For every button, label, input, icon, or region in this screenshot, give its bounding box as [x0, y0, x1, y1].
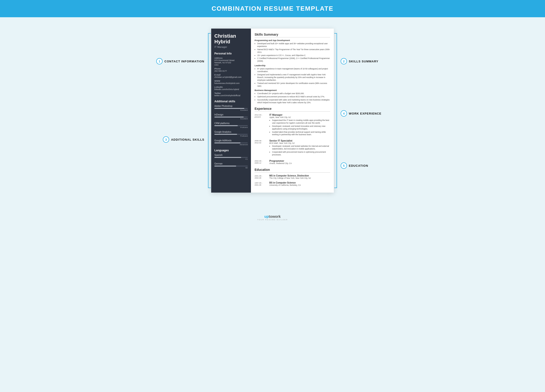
annotation-work-exp: 4 WORK EXPERIENCE	[341, 110, 382, 117]
exp-title-3: Programmer	[269, 159, 292, 162]
exp-company-2: BCD M&E, New York City, NJ	[269, 142, 330, 144]
www-label: WWW	[214, 80, 248, 82]
personal-info-title: Personal Info	[214, 52, 248, 55]
contact-address: Address 970 Drummond StreetNewark, NJ 07…	[214, 57, 248, 66]
edu-degree-1: MS in Computer Science, Distinction	[269, 175, 311, 177]
exp-item-1: 2012-03 - present IT Manager Apple, New …	[254, 114, 330, 137]
annotation-skills-label: ADDITIONAL SKILLS	[171, 138, 204, 141]
biz-bullet-2: Optimized procurement processes to reduc…	[257, 96, 330, 98]
skill-analytics-level: Proficient	[214, 135, 248, 137]
annotation-skills-summary-num: 2	[341, 58, 347, 64]
left-bracket	[208, 33, 211, 188]
exp-bullets-2: Developed, reviewed, and tested websites…	[269, 145, 330, 156]
personal-info-section: Personal Info Address 970 Drummond Stree…	[214, 52, 248, 97]
education-title: Education	[254, 168, 330, 173]
prog-bullet-2: Named BCD M&E's "Top Programmer of The Y…	[257, 48, 330, 54]
annotation-education: 5 EDUCATION	[341, 163, 368, 169]
prog-bullet-3: 15+ years experience in C/C++, Cocoa, an…	[257, 54, 330, 57]
logo-up: up	[264, 215, 269, 218]
edu-degree-2: BS in Computer Science	[269, 181, 301, 184]
exp-1-bullet-2: Developed, reviewed, and tested innovati…	[272, 125, 330, 130]
additional-skills-section: Additional skills Adobe Photoshop Excell…	[214, 100, 248, 146]
biz-subtitle: Business Management	[254, 89, 330, 91]
annotation-education-label: EDUCATION	[349, 164, 368, 167]
exp-company-3: Oracle, Redwood City, CA	[269, 162, 292, 164]
skill-photoshop: Adobe Photoshop Excellent	[214, 105, 248, 111]
resume-sidebar: Christian Hybrid IT Manager Personal Inf…	[211, 29, 251, 193]
exp-2-bullet-2: Cooperated with procurement teams in opt…	[272, 151, 330, 156]
exp-bullets-1: Suppervised the IT team in creating mobi…	[269, 119, 330, 136]
prog-bullet-1: Developed and built 20+ mobile apps and …	[257, 42, 330, 48]
prog-bullets: Developed and built 20+ mobile apps and …	[254, 42, 330, 63]
additional-skills-title: Additional skills	[214, 100, 248, 103]
skill-crm-name: CRM platforms	[214, 122, 248, 125]
edu-item-1: 2001-09 - 2002-06 MS in Computer Science…	[254, 175, 330, 179]
lang-spanish-level: C1	[214, 158, 248, 160]
skill-indesign: InDesign Excellent	[214, 114, 248, 120]
skill-indesign-name: InDesign	[214, 114, 248, 116]
linkedin-value: linkedin.com/in/chris-hybrid	[214, 88, 248, 90]
languages-section: Languages Spanish C1 German B2	[214, 149, 248, 169]
languages-title: Languages	[214, 149, 248, 152]
twitter-label: Twitter	[214, 92, 248, 94]
education-section: Education 2001-09 - 2002-06 MS in Comput…	[254, 168, 330, 186]
contact-www: WWW futureisnow.chrishybrid.com	[214, 80, 248, 84]
experience-title: Experience	[254, 107, 330, 112]
annotation-work-exp-num: 4	[341, 110, 347, 117]
header-banner: COMBINATION RESUME TEMPLATE	[0, 0, 545, 17]
phone-value: 202 555 0177	[214, 70, 248, 72]
biz-bullets: Coordinated 20+ projects with a budget o…	[254, 92, 330, 104]
skills-summary-section: Skills Summary Programming and App Devel…	[254, 33, 330, 104]
edu-date-1: 2001-09 - 2002-06	[254, 175, 267, 179]
logo-sub: YOUR RESUME BUILDER	[0, 219, 545, 221]
leadership-bullets: 8+ years experience in team management (…	[254, 68, 330, 87]
contact-email: E-mail christian.w.hybrid@gmail.com	[214, 74, 248, 78]
contact-phone: Phone 202 555 0177	[214, 68, 248, 72]
skill-photoshop-name: Adobe Photoshop	[214, 105, 248, 107]
exp-title-2: Senior IT Specialist	[269, 139, 330, 142]
email-value: christian.w.hybrid@gmail.com	[214, 76, 248, 78]
exp-date-2: 2006-08 - 2012-02	[254, 139, 267, 157]
edu-school-1: The City College of New York, New York C…	[269, 177, 311, 179]
exp-company-1: Apple, New York City, NJ	[269, 116, 330, 118]
annotation-contact-label: CONTACT INFORMATION	[164, 60, 204, 63]
lead-bullet-1: 8+ years experience in team management (…	[257, 68, 330, 73]
www-value: futureisnow.chrishybrid.com	[214, 82, 248, 84]
resume-name: Christian Hybrid	[214, 33, 248, 45]
prog-bullet-4: C Certified Professional Programmer (200…	[257, 57, 330, 63]
header-title: COMBINATION RESUME TEMPLATE	[212, 5, 334, 12]
exp-item-2: 2006-08 - 2012-02 Senior IT Specialist B…	[254, 139, 330, 157]
annotation-skills: ADDITIONAL SKILLS 3	[163, 136, 204, 143]
annotation-skills-summary-label: SKILLS SUMMARY	[349, 60, 378, 63]
twitter-value: twitter.com/chrishybridofficial	[214, 94, 248, 97]
address-value: 970 Drummond StreetNewark, NJ 07102USA	[214, 59, 248, 66]
skill-adwords-level: Advanced	[214, 144, 248, 146]
lead-bullet-2: Designed and implemented a new IT manage…	[257, 73, 330, 82]
edu-date-2: 1997-09 - 2001-06	[254, 181, 267, 186]
skill-analytics-name: Google Analytics	[214, 131, 248, 133]
right-bracket	[334, 33, 337, 188]
footer-logo: uptowork YOUR RESUME BUILDER	[0, 215, 545, 221]
annotation-work-exp-label: WORK EXPERIENCE	[349, 112, 382, 115]
annotation-contact: CONTACT INFORMATION 1	[156, 58, 204, 64]
leadership-subtitle: Leadership	[254, 64, 330, 67]
exp-date-1: 2012-03 - present	[254, 114, 267, 137]
skill-analytics: Google Analytics Proficient	[214, 131, 248, 137]
resume-card: Christian Hybrid IT Manager Personal Inf…	[211, 29, 334, 193]
logo-towork: towork	[269, 215, 281, 218]
contact-twitter: Twitter twitter.com/chrishybridofficial	[214, 92, 248, 97]
linkedin-label: LinkedIn	[214, 86, 248, 88]
biz-bullet-1: Coordinated 20+ projects with a budget o…	[257, 92, 330, 95]
resume-job-title: IT Manager	[214, 46, 248, 48]
email-label: E-mail	[214, 74, 248, 76]
biz-bullet-3: Successfully cooperated with sales and m…	[257, 99, 330, 104]
prog-subtitle: Programming and App Development	[254, 39, 330, 42]
skill-indesign-level: Excellent	[214, 118, 248, 120]
exp-1-bullet-1: Suppervised the IT team in creating mobi…	[272, 119, 330, 125]
lang-german-level: B2	[214, 167, 248, 169]
phone-label: Phone	[214, 68, 248, 70]
annotation-education-num: 5	[341, 163, 347, 169]
lead-bullet-3: Trained and mentored 50+ junior develope…	[257, 82, 330, 88]
skill-photoshop-level: Excellent	[214, 109, 248, 111]
contact-linkedin: LinkedIn linkedin.com/in/chris-hybrid	[214, 86, 248, 90]
